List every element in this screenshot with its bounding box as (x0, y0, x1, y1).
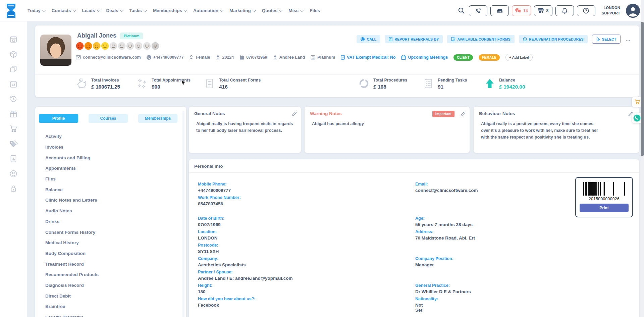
chevron-down-icon (183, 8, 187, 12)
field-value: Aesthetics Specialists (198, 262, 415, 267)
menu-memberships[interactable]: Memberships (153, 8, 187, 13)
pi-row: Work Phone Number:8547897456 (198, 195, 639, 206)
chevron-down-icon (143, 8, 147, 12)
menu-item-braintree[interactable]: Braintree (35, 301, 186, 312)
chat-button[interactable]: 14 (512, 5, 531, 16)
menu-item-recommended-products[interactable]: Recommended Products (35, 269, 186, 280)
tab-profile[interactable]: Profile (39, 114, 78, 123)
mood-face-icon[interactable] (76, 42, 84, 50)
client-partner[interactable]: Andree Land (273, 55, 305, 60)
rail-cart-icon[interactable] (0, 121, 27, 137)
menu-item-treatment-record[interactable]: Treatment Record (35, 259, 186, 269)
menu-item-audio-notes[interactable]: Audio Notes (35, 206, 186, 216)
tab-courses[interactable]: Courses (89, 114, 128, 123)
menu-item-body-composition[interactable]: Body Composition (35, 248, 186, 259)
report-referrals-button[interactable]: REPORT REFERRALS BY (385, 35, 443, 43)
client-photo[interactable] (40, 35, 71, 66)
app-logo-icon[interactable] (6, 3, 16, 18)
chevron-down-icon (220, 8, 223, 12)
field-label: Partner / Spouse: (198, 270, 415, 274)
mood-face-icon[interactable] (143, 42, 151, 50)
more-options-button[interactable]: ... (626, 37, 631, 42)
rail-booking-icon[interactable] (0, 77, 27, 92)
storefront-icon (538, 8, 544, 13)
rail-package-icon[interactable] (0, 47, 27, 62)
menu-item-activity[interactable]: Activity (35, 131, 186, 142)
mood-face-icon[interactable] (151, 42, 159, 50)
panel-scrollbar[interactable] (182, 111, 184, 317)
document-check-icon (341, 55, 345, 60)
menu-marketing[interactable]: Marketing (229, 8, 256, 13)
print-button[interactable]: Print (580, 204, 629, 212)
menu-quotes[interactable]: Quotes (262, 8, 282, 13)
menu-item-appointments[interactable]: Appointments (35, 163, 186, 174)
personal-info-rows: Mobile Phone:+447490009777 Email:connect… (189, 173, 639, 313)
notifications-button[interactable] (555, 5, 574, 16)
rail-copy-icon[interactable] (0, 62, 27, 77)
store-button[interactable]: 8 (534, 5, 552, 16)
female-label: FEMALE (479, 54, 500, 61)
menu-today[interactable]: Today (28, 8, 45, 13)
mood-face-icon[interactable] (126, 42, 134, 50)
rejuvenation-button[interactable]: REJUVENATION PROCEDURES (519, 35, 588, 43)
tab-memberships[interactable]: Memberships (138, 114, 177, 123)
menu-item-clinic-notes[interactable]: Clinic Notes and Letters (35, 195, 186, 206)
menu-contacts[interactable]: Contacts (52, 8, 76, 13)
field-value: Facebook (198, 303, 415, 308)
icon-rail (0, 21, 27, 317)
menu-item-invoices[interactable]: Invoices (35, 142, 186, 153)
inbox-button[interactable] (490, 5, 509, 16)
select-button[interactable]: SELECT (592, 35, 621, 44)
search-icon[interactable] (458, 7, 465, 14)
menu-misc[interactable]: Misc (288, 8, 303, 13)
person-icon (273, 55, 277, 60)
help-button[interactable]: ? (577, 5, 595, 16)
rail-calendar-icon[interactable] (0, 32, 27, 47)
menu-automation[interactable]: Automation (193, 8, 223, 13)
menu-files[interactable]: Files (310, 8, 320, 13)
chevron-down-icon (97, 8, 100, 12)
upcoming-meetings-link[interactable]: Upcoming Meetings (401, 55, 448, 60)
mood-face-icon[interactable] (101, 42, 109, 50)
call-button[interactable]: CALL (357, 35, 380, 43)
vat-exempt-link[interactable]: VAT Exempt Medical: No (341, 55, 395, 60)
field-value: connect@clinicsoftware.com (415, 188, 603, 193)
menu-item-drinks[interactable]: Drinks (35, 216, 186, 227)
user-avatar[interactable] (626, 4, 640, 18)
menu-tasks[interactable]: Tasks (129, 8, 147, 13)
consent-forms-button[interactable]: AVAILABLE CONSENT FORMS (447, 35, 514, 43)
client-email[interactable]: connect@clinicsoftware.com (76, 55, 141, 60)
dialer-button[interactable] (469, 5, 487, 16)
menu-item-direct-debit[interactable]: Direct Debit (35, 290, 186, 301)
mood-face-icon[interactable] (93, 42, 101, 50)
rail-tags-icon[interactable] (0, 137, 27, 152)
menu-item-diagnosis-record[interactable]: Diagnosis Record (35, 280, 186, 291)
edit-pencil-icon[interactable] (291, 111, 297, 116)
personal-info-title: Personal info (189, 159, 639, 173)
rail-client-icon[interactable] (0, 166, 27, 181)
rail-report-icon[interactable] (0, 151, 27, 166)
mood-face-icon[interactable] (135, 42, 143, 50)
field-value: 07/07/1969 (198, 222, 415, 227)
menu-item-files[interactable]: Files (35, 174, 186, 184)
menu-item-consent-forms-history[interactable]: Consent Forms History (35, 227, 186, 237)
page-scrollbar-thumb[interactable] (641, 22, 644, 156)
mood-row (76, 42, 159, 50)
menu-item-medical-history[interactable]: Medical History (35, 237, 186, 248)
mood-face-icon[interactable] (118, 42, 126, 50)
menu-item-accounts-billing[interactable]: Accounts and Billing (35, 152, 186, 163)
rail-gift-icon[interactable] (0, 107, 27, 122)
menu-item-loyalty-programs[interactable]: Loyalty Programs (35, 312, 186, 317)
stat-total-invoices: Total Invoices£ 160671.25 (76, 78, 120, 90)
rail-lock-icon[interactable] (0, 181, 27, 196)
menu-item-balance[interactable]: Balance (35, 184, 186, 195)
client-phone[interactable]: +447490009777 (147, 55, 184, 60)
mood-face-icon[interactable] (109, 42, 117, 50)
add-label-button[interactable]: + Add Label (505, 54, 533, 61)
mood-face-icon[interactable] (84, 42, 92, 50)
edit-pencil-icon[interactable] (460, 111, 465, 116)
menu-deals[interactable]: Deals (106, 8, 123, 13)
menu-leads[interactable]: Leads (82, 8, 100, 13)
chevron-down-icon (72, 8, 76, 12)
rail-history-icon[interactable] (0, 92, 27, 107)
